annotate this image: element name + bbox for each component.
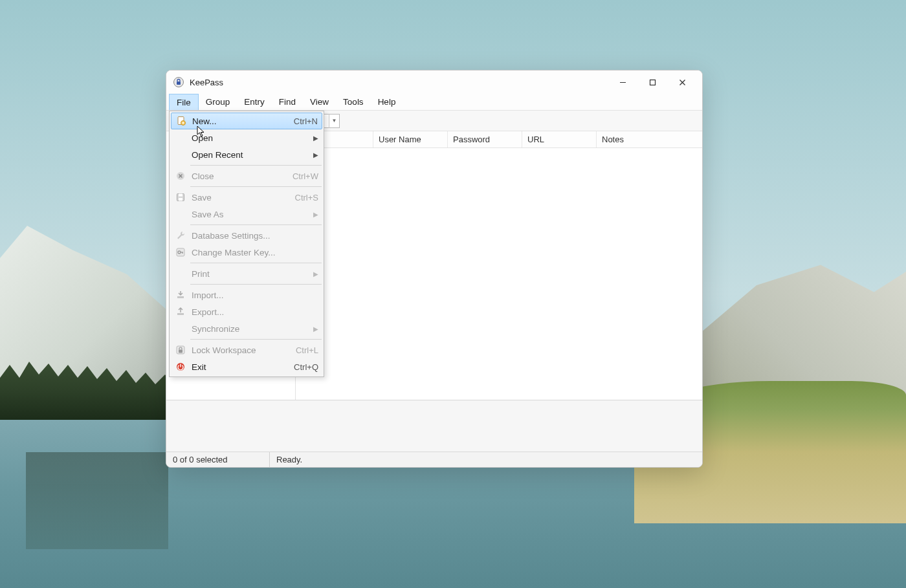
svg-rect-19 xyxy=(179,194,182,197)
menu-item-label: Save xyxy=(192,193,289,202)
file-menu-save: SaveCtrl+S xyxy=(171,189,322,206)
menu-tools[interactable]: Tools xyxy=(336,94,371,110)
menu-view[interactable]: View xyxy=(303,94,336,110)
menu-separator xyxy=(190,339,322,340)
maximize-button[interactable] xyxy=(637,72,667,93)
file-menu-lock-workspace: Lock WorkspaceCtrl+L xyxy=(171,342,322,358)
toolbar-search-dropdown[interactable]: ▼ xyxy=(329,114,339,128)
menu-separator xyxy=(190,186,322,187)
menu-item-shortcut: Ctrl+S xyxy=(295,193,318,202)
blank-icon xyxy=(173,147,188,162)
menu-item-shortcut: Ctrl+Q xyxy=(294,362,318,372)
file-menu-save-as: Save As▶ xyxy=(171,206,322,223)
menu-item-label: Synchronize xyxy=(192,324,311,334)
menu-separator xyxy=(190,263,322,263)
close-button[interactable] xyxy=(667,72,697,93)
submenu-arrow-icon: ▶ xyxy=(311,325,318,332)
svg-rect-1 xyxy=(177,82,181,85)
key-box-icon xyxy=(173,245,188,259)
import-icon xyxy=(173,288,188,302)
col-password[interactable]: Password xyxy=(448,131,522,147)
lock-icon xyxy=(173,343,188,357)
menu-entry[interactable]: Entry xyxy=(237,94,272,110)
file-menu-synchronize: Synchronize▶ xyxy=(171,320,322,337)
file-menu-open-recent[interactable]: Open Recent▶ xyxy=(171,146,322,163)
submenu-arrow-icon: ▶ xyxy=(311,270,318,278)
col-username[interactable]: User Name xyxy=(373,131,448,147)
svg-rect-26 xyxy=(177,313,184,315)
svg-rect-3 xyxy=(650,80,655,85)
menu-item-label: Lock Workspace xyxy=(192,345,289,355)
blank-icon xyxy=(173,321,188,336)
svg-point-14 xyxy=(182,122,184,124)
menu-item-label: Print xyxy=(192,269,311,279)
menu-item-label: Import... xyxy=(192,290,318,300)
window-title: KeePass xyxy=(190,78,223,87)
col-notes[interactable]: Notes xyxy=(597,131,702,147)
wrench-icon xyxy=(173,228,188,243)
keepass-window: KeePass FileGroupEntryFindViewToolsHelp … xyxy=(166,70,703,468)
file-menu-close: CloseCtrl+W xyxy=(171,168,322,184)
svg-rect-20 xyxy=(179,198,182,201)
details-pane xyxy=(166,400,702,452)
menubar: FileGroupEntryFindViewToolsHelp xyxy=(166,94,702,111)
menu-item-shortcut: Ctrl+W xyxy=(293,171,318,181)
menu-file[interactable]: File xyxy=(169,94,199,110)
submenu-arrow-icon: ▶ xyxy=(311,211,318,218)
blank-icon xyxy=(173,131,188,145)
svg-rect-25 xyxy=(177,296,184,298)
menu-item-label: Export... xyxy=(192,307,318,317)
titlebar[interactable]: KeePass xyxy=(166,71,702,94)
app-lock-icon xyxy=(173,76,184,88)
submenu-arrow-icon: ▶ xyxy=(311,135,318,142)
blank-icon xyxy=(173,207,188,221)
file-menu-import: Import... xyxy=(171,287,322,303)
menu-item-shortcut: Ctrl+L xyxy=(296,345,318,355)
file-menu-dropdown: New...Ctrl+NOpen▶Open Recent▶CloseCtrl+W… xyxy=(169,111,324,377)
menu-item-shortcut: Ctrl+N xyxy=(294,116,318,126)
status-ready: Ready. xyxy=(270,452,309,467)
menu-item-label: Change Master Key... xyxy=(192,248,318,257)
close-circle-icon xyxy=(173,169,188,183)
power-icon xyxy=(173,360,188,374)
menu-find[interactable]: Find xyxy=(272,94,303,110)
menu-group[interactable]: Group xyxy=(199,94,238,110)
file-menu-database-settings: Database Settings... xyxy=(171,227,322,244)
col-url[interactable]: URL xyxy=(522,131,597,147)
menu-separator xyxy=(190,284,322,285)
menu-item-label: Close xyxy=(192,171,286,181)
file-menu-open[interactable]: Open▶ xyxy=(171,129,322,146)
submenu-arrow-icon: ▶ xyxy=(311,151,318,158)
menu-item-label: New... xyxy=(192,116,287,126)
status-selection: 0 of 0 selected xyxy=(166,452,270,467)
menu-separator xyxy=(190,224,322,225)
new-file-icon xyxy=(174,114,188,128)
file-menu-print: Print▶ xyxy=(171,265,322,282)
blank-icon xyxy=(173,267,188,281)
menu-help[interactable]: Help xyxy=(371,94,403,110)
minimize-button[interactable] xyxy=(608,72,637,93)
file-menu-exit[interactable]: ExitCtrl+Q xyxy=(171,358,322,375)
column-headers: Title User Name Password URL Notes xyxy=(296,131,702,148)
menu-item-label: Exit xyxy=(192,362,287,372)
menu-separator xyxy=(190,165,322,166)
export-icon xyxy=(173,305,188,319)
entry-list[interactable]: Title User Name Password URL Notes xyxy=(296,131,702,400)
statusbar: 0 of 0 selected Ready. xyxy=(166,452,702,467)
menu-item-label: Open Recent xyxy=(192,150,311,160)
file-menu-change-master-key: Change Master Key... xyxy=(171,244,322,261)
menu-item-label: Save As xyxy=(192,210,311,219)
file-menu-new[interactable]: New...Ctrl+N xyxy=(171,113,322,129)
file-menu-export: Export... xyxy=(171,303,322,320)
menu-item-label: Database Settings... xyxy=(192,231,318,241)
save-icon xyxy=(173,190,188,204)
svg-rect-28 xyxy=(179,350,182,353)
menu-item-label: Open xyxy=(192,133,311,143)
